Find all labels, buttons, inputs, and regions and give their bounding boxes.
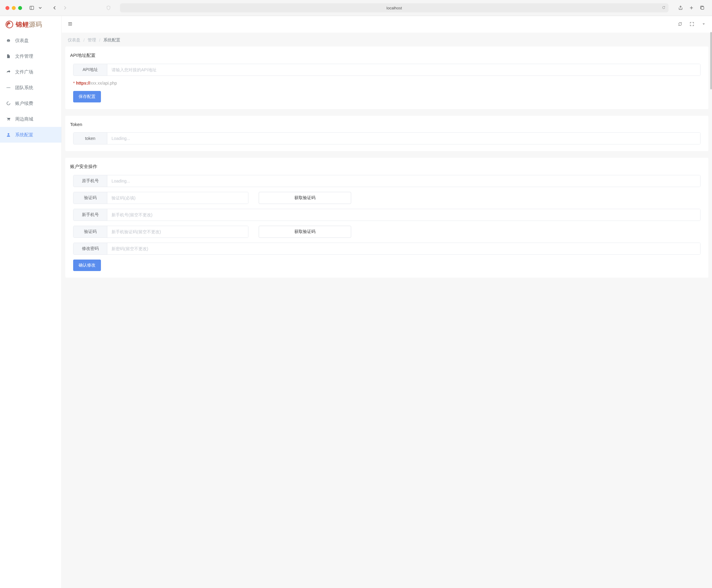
top-header bbox=[62, 16, 712, 33]
svg-point-7 bbox=[8, 87, 9, 88]
sidebar-item-settings[interactable]: 系统配置 bbox=[0, 127, 61, 143]
input-addon: API地址 bbox=[74, 64, 107, 76]
breadcrumb-item[interactable]: 管理 bbox=[88, 38, 96, 43]
collapse-sidebar-button[interactable] bbox=[68, 21, 72, 27]
browser-chrome: localhost bbox=[0, 0, 712, 16]
browser-forward-button bbox=[61, 4, 69, 12]
svg-point-11 bbox=[9, 120, 10, 121]
svg-point-10 bbox=[7, 120, 8, 121]
get-code-button[interactable]: 获取验证码 bbox=[259, 192, 351, 204]
sidebar-item-label: 团队系统 bbox=[15, 85, 33, 91]
card-title: Token bbox=[70, 122, 704, 127]
svg-point-9 bbox=[7, 102, 10, 105]
dropdown-caret-icon[interactable] bbox=[701, 22, 706, 27]
card-title: API地址配置 bbox=[70, 52, 704, 58]
breadcrumb-item[interactable]: 仪表盘 bbox=[68, 38, 80, 43]
input-row-code2: 验证码 获取验证码 bbox=[73, 226, 700, 238]
shield-icon[interactable] bbox=[104, 4, 113, 12]
chevron-down-icon[interactable] bbox=[36, 4, 44, 12]
traffic-lights bbox=[5, 6, 22, 10]
breadcrumb-separator: / bbox=[83, 38, 85, 43]
hint-star: * bbox=[73, 81, 75, 85]
save-config-button[interactable]: 保存配置 bbox=[73, 91, 101, 102]
input-row-code1: 验证码 获取验证码 bbox=[73, 192, 700, 204]
get-code-button-2[interactable]: 获取验证码 bbox=[259, 226, 351, 238]
sidebar-item-label: 文件广场 bbox=[15, 69, 33, 75]
fullscreen-icon[interactable] bbox=[690, 22, 694, 27]
svg-point-12 bbox=[7, 133, 9, 135]
input-group-password: 修改密码 bbox=[73, 243, 700, 255]
svg-point-8 bbox=[9, 87, 10, 88]
card-title: 账户安全操作 bbox=[70, 164, 704, 169]
sidebar-item-label: 系统配置 bbox=[15, 132, 33, 138]
content: API地址配置 API地址 *https://xxx.xx/api.php 保存… bbox=[62, 43, 712, 588]
user-icon bbox=[6, 133, 11, 137]
input-group-code1: 验证码 bbox=[73, 192, 248, 204]
old-phone-input[interactable] bbox=[107, 175, 700, 187]
sidebar-item-label: 周边商城 bbox=[15, 116, 33, 122]
input-addon: 修改密码 bbox=[74, 243, 107, 254]
sidebar-item-label: 账户续费 bbox=[15, 101, 33, 106]
breadcrumb-bar: 仪表盘 / 管理 / 系统配置 bbox=[62, 33, 712, 43]
input-addon: token bbox=[74, 133, 107, 144]
ellipsis-icon bbox=[6, 85, 11, 90]
window-maximize-button[interactable] bbox=[18, 6, 22, 10]
window-close-button[interactable] bbox=[5, 6, 9, 10]
spinner-icon bbox=[6, 101, 11, 105]
confirm-modify-button[interactable]: 确认修改 bbox=[73, 259, 101, 271]
input-addon: 验证码 bbox=[74, 226, 107, 237]
verify-code-input[interactable] bbox=[107, 192, 248, 204]
new-phone-input[interactable] bbox=[107, 209, 700, 220]
breadcrumb-separator: / bbox=[99, 38, 100, 43]
refresh-icon[interactable] bbox=[678, 22, 683, 27]
card-security: 账户安全操作 原手机号 验证码 获取验证码 新手机号 bbox=[65, 158, 708, 278]
sidebar-item-team[interactable]: 团队系统 bbox=[0, 80, 61, 96]
new-phone-verify-code-input[interactable] bbox=[107, 226, 248, 237]
sidebar-item-file-plaza[interactable]: 文件广场 bbox=[0, 64, 61, 80]
new-password-input[interactable] bbox=[107, 243, 700, 254]
input-group-token: token bbox=[73, 132, 700, 144]
brand-name: 锦鲤源码 bbox=[16, 20, 42, 29]
new-tab-icon[interactable] bbox=[687, 4, 696, 12]
brand-logo[interactable]: 锦鲤源码 bbox=[0, 16, 61, 33]
breadcrumb: 仪表盘 / 管理 / 系统配置 bbox=[68, 38, 706, 43]
input-addon: 新手机号 bbox=[74, 209, 107, 220]
sidebar-item-label: 仪表盘 bbox=[15, 38, 29, 43]
sidebar-item-files[interactable]: 文件管理 bbox=[0, 48, 61, 64]
url-text: localhost bbox=[386, 6, 402, 10]
window-minimize-button[interactable] bbox=[12, 6, 16, 10]
sidebar: 锦鲤源码 仪表盘 文件管理 文件广场 团队系统 账户续费 周边商城 系统配置 bbox=[0, 16, 62, 588]
hint-url-rest: xxx.xx/api.php bbox=[90, 81, 117, 85]
page-scrollbar[interactable] bbox=[710, 32, 712, 588]
card-token: Token token bbox=[65, 116, 708, 151]
input-addon: 验证码 bbox=[74, 192, 107, 204]
svg-rect-4 bbox=[701, 7, 704, 9]
sidebar-item-shop[interactable]: 周边商城 bbox=[0, 111, 61, 127]
svg-rect-0 bbox=[30, 6, 34, 10]
share-arrow-icon bbox=[6, 70, 11, 74]
input-addon: 原手机号 bbox=[74, 175, 107, 187]
input-group-new-phone: 新手机号 bbox=[73, 209, 700, 221]
token-input[interactable] bbox=[107, 133, 700, 144]
api-hint: *https://xxx.xx/api.php bbox=[73, 81, 700, 85]
breadcrumb-item-current: 系统配置 bbox=[103, 38, 120, 43]
input-group-api: API地址 bbox=[73, 64, 700, 76]
input-group-code2: 验证码 bbox=[73, 226, 248, 238]
tabs-icon[interactable] bbox=[698, 4, 707, 12]
brand-logo-icon bbox=[5, 21, 13, 28]
api-url-input[interactable] bbox=[107, 64, 700, 76]
url-bar[interactable]: localhost bbox=[120, 3, 669, 13]
scroll-thumb[interactable] bbox=[710, 32, 712, 89]
svg-point-6 bbox=[7, 87, 7, 88]
cart-icon bbox=[6, 117, 11, 121]
browser-back-button[interactable] bbox=[50, 4, 59, 12]
app: 锦鲤源码 仪表盘 文件管理 文件广场 团队系统 账户续费 周边商城 系统配置 bbox=[0, 16, 712, 588]
browser-sidebar-button[interactable] bbox=[27, 4, 36, 12]
share-icon[interactable] bbox=[676, 4, 685, 12]
sidebar-item-renew[interactable]: 账户续费 bbox=[0, 96, 61, 111]
reload-icon[interactable] bbox=[662, 5, 666, 10]
sidebar-item-label: 文件管理 bbox=[15, 54, 33, 59]
main: 仪表盘 / 管理 / 系统配置 API地址配置 API地址 *https://x… bbox=[62, 16, 712, 588]
card-api: API地址配置 API地址 *https://xxx.xx/api.php 保存… bbox=[65, 46, 708, 109]
sidebar-item-dashboard[interactable]: 仪表盘 bbox=[0, 33, 61, 48]
